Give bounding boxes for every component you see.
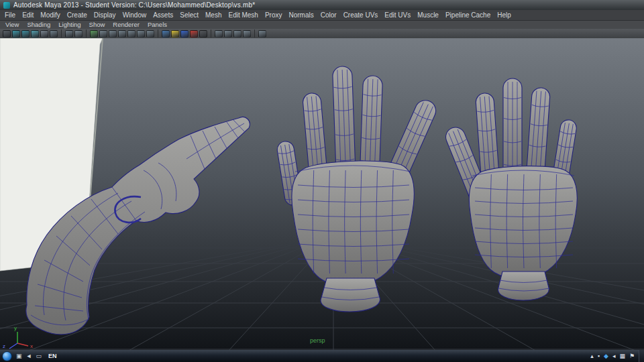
menu-edit[interactable]: Edit: [19, 10, 37, 20]
volume-tray-icon[interactable]: ◂: [612, 351, 616, 362]
start-button[interactable]: [2, 351, 12, 361]
menu-window[interactable]: Window: [119, 10, 150, 20]
viewport[interactable]: xyz persp: [0, 38, 644, 350]
film-gate-icon[interactable]: [99, 30, 107, 38]
bookmarks-icon[interactable]: [40, 30, 48, 38]
lock-camera-icon[interactable]: [21, 30, 30, 38]
toolbar-separator: [211, 29, 211, 38]
bluetooth-icon[interactable]: ◆: [604, 351, 608, 362]
toolbar-separator: [254, 29, 255, 38]
menu-select[interactable]: Select: [176, 10, 202, 20]
volume-icon[interactable]: ◄: [26, 351, 32, 362]
camera-label: persp: [310, 337, 325, 344]
panel-menu-view[interactable]: View: [1, 21, 23, 29]
menu-create-uvs[interactable]: Create UVs: [340, 10, 382, 20]
menu-assets[interactable]: Assets: [150, 10, 176, 20]
grease-pencil-icon[interactable]: [74, 30, 83, 38]
menu-display[interactable]: Display: [91, 10, 119, 20]
menu-mesh[interactable]: Mesh: [202, 10, 225, 20]
safe-title-icon[interactable]: [146, 30, 154, 38]
xray-icon[interactable]: [224, 30, 232, 38]
textured-mode-icon[interactable]: [180, 30, 189, 38]
menu-help[interactable]: Help: [494, 10, 515, 20]
axis-y-label: y: [14, 325, 17, 331]
resolution-gate-icon[interactable]: [109, 30, 117, 38]
shaded-mode-icon[interactable]: [171, 30, 179, 38]
maya-app-icon: [3, 2, 10, 9]
taskbar: ▣◄▭EN ▴▪◆◂▦⚑: [0, 350, 644, 362]
panel-menu-show[interactable]: Show: [85, 21, 109, 29]
menu-muscle[interactable]: Muscle: [414, 10, 442, 20]
menu-proxy[interactable]: Proxy: [262, 10, 286, 20]
panel-menu-renderer[interactable]: Renderer: [109, 21, 144, 29]
axis-z-label: z: [3, 343, 5, 349]
menu-pipeline-cache[interactable]: Pipeline Cache: [442, 10, 494, 20]
maya-window: Autodesk Maya 2013 - Student Version: C:…: [0, 0, 644, 362]
gate-mask-icon[interactable]: [118, 30, 126, 38]
panel-menu-lighting[interactable]: Lighting: [54, 21, 85, 29]
panel-menubar: ViewShadingLightingShowRendererPanels: [0, 20, 644, 29]
panel-toolbar: [0, 29, 644, 38]
pan-zoom-icon[interactable]: [65, 30, 73, 38]
toolbar-separator: [158, 29, 158, 38]
menu-color[interactable]: Color: [317, 10, 340, 20]
window-title: Autodesk Maya 2013 - Student Version: C:…: [13, 1, 255, 9]
exposure-icon[interactable]: [233, 30, 241, 38]
taskbar-app-icon[interactable]: ▣: [16, 351, 22, 362]
gamma-icon[interactable]: [243, 30, 251, 38]
menu-edit-uvs[interactable]: Edit UVs: [381, 10, 414, 20]
field-chart-icon[interactable]: [127, 30, 136, 38]
menu-edit-mesh[interactable]: Edit Mesh: [225, 10, 261, 20]
camera-attributes-icon[interactable]: [31, 30, 39, 38]
toolbar-separator: [86, 29, 87, 38]
viewport-canvas[interactable]: xyz: [0, 38, 644, 350]
image-plane-icon[interactable]: [50, 30, 58, 38]
safe-action-icon[interactable]: [137, 30, 145, 38]
language-indicator[interactable]: EN: [46, 353, 60, 359]
grid-toggle-icon[interactable]: [90, 30, 98, 38]
share-icon[interactable]: [258, 30, 266, 38]
toolbar-separator: [61, 29, 62, 38]
menu-normals[interactable]: Normals: [286, 10, 317, 20]
show-desktop-button[interactable]: [639, 350, 644, 362]
panel-menu-panels[interactable]: Panels: [144, 21, 171, 29]
action-center-icon[interactable]: ⚑: [629, 351, 635, 362]
shadows-icon[interactable]: [199, 30, 207, 38]
network-icon[interactable]: ▦: [619, 351, 625, 362]
input-settings-icon[interactable]: ▭: [36, 351, 42, 362]
select-camera-icon[interactable]: [12, 30, 20, 38]
menu-file[interactable]: File: [1, 10, 19, 20]
axis-x-label: x: [30, 343, 33, 349]
app-tray-icon[interactable]: ▪: [598, 351, 600, 362]
menu-modify[interactable]: Modify: [37, 10, 63, 20]
lighting-icon[interactable]: [190, 30, 198, 38]
menu-collapse-icon[interactable]: [3, 30, 11, 38]
titlebar: Autodesk Maya 2013 - Student Version: C:…: [0, 0, 644, 10]
wireframe-mode-icon[interactable]: [162, 30, 170, 38]
taskbar-tray: ▴▪◆◂▦⚑: [590, 350, 644, 362]
panel-menu-shading[interactable]: Shading: [23, 21, 54, 29]
taskbar-left: ▣◄▭EN: [2, 350, 59, 362]
menu-create[interactable]: Create: [64, 10, 91, 20]
chevron-up-icon[interactable]: ▴: [590, 351, 594, 362]
isolate-select-icon[interactable]: [215, 30, 223, 38]
main-menubar: FileEditModifyCreateDisplayWindowAssetsS…: [0, 10, 644, 20]
